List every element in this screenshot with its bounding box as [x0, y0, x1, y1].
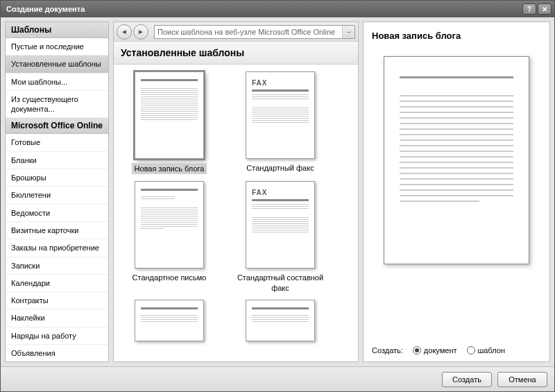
- radio-document[interactable]: документ: [413, 346, 457, 355]
- create-options: Создать: документ шаблон: [364, 339, 549, 361]
- template-thumb[interactable]: Новая запись блога: [121, 71, 218, 174]
- template-thumb[interactable]: FAXСтандартный составной факс: [232, 181, 329, 293]
- sidebar-item[interactable]: Бланки: [6, 152, 108, 169]
- thumbnail-page: [135, 181, 204, 269]
- preview-title: Новая запись блога: [364, 22, 549, 49]
- sidebar-item[interactable]: Объявления: [6, 345, 108, 362]
- template-thumb[interactable]: Стандартное письмо: [121, 181, 218, 293]
- sidebar-header: Шаблоны: [6, 22, 108, 38]
- sidebar-item[interactable]: Бюллетени: [6, 187, 108, 204]
- template-thumb[interactable]: FAXСтандартный факс: [232, 71, 329, 174]
- cancel-button[interactable]: Отмена: [497, 372, 547, 387]
- sidebar-item[interactable]: Визитные карточки: [6, 222, 108, 239]
- thumbnail-page: [246, 300, 315, 341]
- thumbnail-page: [135, 300, 204, 341]
- sidebar-item[interactable]: Наклейки: [6, 309, 108, 327]
- sidebar-item[interactable]: Из существующего документа...: [6, 91, 108, 119]
- dialog-body: ШаблоныПустые и последниеУстановленные ш…: [1, 17, 554, 366]
- dialog-window: Создание документа ? ✕ ШаблоныПустые и п…: [0, 0, 555, 392]
- title-bar: Создание документа ? ✕: [1, 1, 554, 17]
- preview-pane: Новая запись блога Создать: документ шаб…: [363, 22, 550, 362]
- search-go-button[interactable]: →: [342, 26, 355, 38]
- create-button[interactable]: Создать: [442, 372, 492, 387]
- sidebar-item[interactable]: Готовые: [6, 134, 108, 151]
- sidebar-header: Microsoft Office Online: [6, 118, 108, 134]
- thumbnail-page: FAX: [246, 71, 315, 159]
- section-title: Установленные шаблоны: [114, 42, 358, 65]
- preview-body: [364, 49, 549, 339]
- sidebar-item[interactable]: Мои шаблоны...: [6, 74, 108, 91]
- sidebar-item[interactable]: Пустые и последние: [6, 38, 108, 56]
- sidebar-item[interactable]: Календари: [6, 275, 108, 292]
- template-thumb[interactable]: [121, 300, 218, 346]
- sidebar-item[interactable]: Наряды на работу: [6, 327, 108, 345]
- template-thumb[interactable]: [232, 300, 329, 346]
- sidebar-item[interactable]: Записки: [6, 257, 108, 275]
- thumb-label: Стандартный факс: [246, 163, 314, 173]
- thumb-label: Стандартное письмо: [133, 273, 207, 282]
- search-box: →: [154, 25, 355, 39]
- back-button[interactable]: ◄: [117, 24, 132, 40]
- window-title: Создание документа: [3, 5, 521, 13]
- dialog-footer: Создать Отмена: [1, 366, 554, 391]
- radio-template[interactable]: шаблон: [467, 346, 505, 355]
- forward-button[interactable]: ►: [133, 24, 148, 40]
- thumb-label: Стандартный составной факс: [232, 273, 329, 293]
- main-pane: ◄ ► → Установленные шаблоны Новая запись…: [113, 22, 359, 362]
- template-gallery[interactable]: Новая запись блогаFAXСтандартный факсСта…: [114, 65, 358, 361]
- nav-toolbar: ◄ ► →: [114, 22, 358, 42]
- sidebar-item[interactable]: Контракты: [6, 292, 108, 309]
- close-button[interactable]: ✕: [538, 3, 552, 15]
- help-button[interactable]: ?: [522, 3, 536, 15]
- thumbnail-page: FAX: [246, 181, 315, 269]
- category-sidebar[interactable]: ШаблоныПустые и последниеУстановленные ш…: [5, 22, 109, 362]
- preview-page: [384, 56, 529, 264]
- create-label: Создать:: [372, 346, 403, 355]
- sidebar-item[interactable]: Брошюры: [6, 169, 108, 187]
- thumbnail-page: [135, 71, 204, 159]
- thumb-label: Новая запись блога: [132, 163, 207, 174]
- sidebar-item[interactable]: Ведомости: [6, 205, 108, 222]
- sidebar-item[interactable]: Установленные шаблоны: [6, 56, 108, 73]
- sidebar-item[interactable]: Заказы на приобретение: [6, 239, 108, 257]
- search-input[interactable]: [155, 28, 342, 36]
